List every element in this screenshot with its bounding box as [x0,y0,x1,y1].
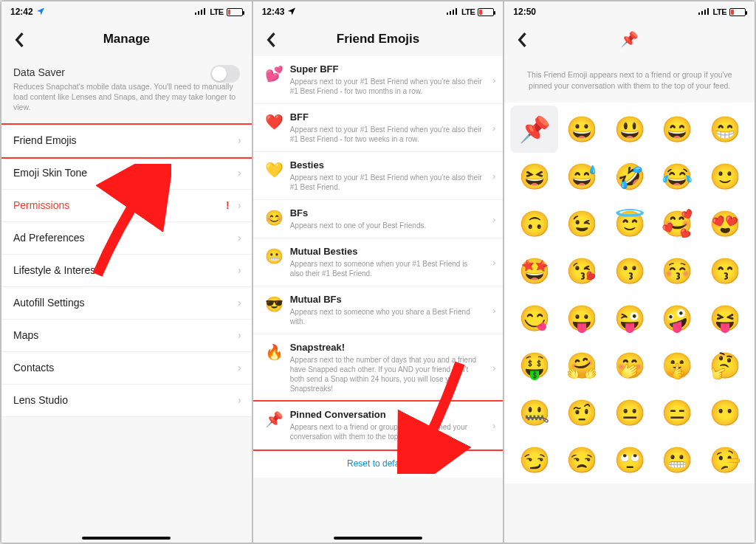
location-icon [287,7,296,18]
emoji-option[interactable]: 🤨 [558,389,606,436]
emoji-option[interactable]: 😘 [558,247,606,295]
settings-row-friend-emojis[interactable]: Friend Emojis› [1,125,252,157]
warning-icon: ! [226,199,230,211]
row-description: Appears next to someone who you share a … [290,307,483,326]
emoji-option[interactable]: 😅 [558,153,606,200]
emoji-option[interactable]: 😏 [510,436,558,483]
emoji-option[interactable]: 🤔 [701,342,749,389]
home-indicator[interactable] [334,537,422,540]
friend-emoji-row-snapstreak-[interactable]: 🔥Snapstreak!Appears next to the number o… [253,334,504,402]
row-title: Mutual BFs [290,294,483,305]
emoji-option[interactable]: 😝 [701,295,749,342]
settings-row-lifestyle-interests[interactable]: Lifestyle & Interests› [1,255,252,287]
emoji-option[interactable]: 🤪 [653,295,701,342]
emoji-option[interactable]: 😒 [558,436,606,483]
svg-rect-8 [698,13,700,15]
emoji-option[interactable]: 🤐 [510,389,558,436]
chevron-right-icon: › [238,329,241,341]
emoji-option[interactable]: 😋 [510,295,558,342]
emoji-option[interactable]: 😚 [653,247,701,295]
emoji-option[interactable]: 🤑 [510,342,558,389]
nav-header: Manage [1,22,252,56]
emoji-option[interactable]: 😐 [605,389,653,436]
svg-rect-1 [198,11,199,15]
data-saver-toggle[interactable] [210,65,240,83]
friend-emoji-row-bfs[interactable]: 😊BFsAppears next to one of your Best Fri… [253,200,504,238]
battery-icon [227,8,243,16]
emoji-grid: 📌😀😃😄😁😆😅🤣😂🙂🙃😉😇🥰😍🤩😘😗😚😙😋😛😜🤪😝🤑🤗🤭🤫🤔🤐🤨😐😑😶😏😒🙄😬🤥 [504,103,755,483]
emoji-option[interactable]: 😃 [605,106,653,153]
signal-type: LTE [713,7,726,16]
emoji-option[interactable]: 😗 [605,247,653,295]
settings-row-contacts[interactable]: Contacts› [1,352,252,385]
screen-manage: 12:42 LTE Manage Data Saver Re [1,1,252,543]
page-title: Friend Emojis [337,32,419,47]
emoji-option[interactable]: 🤫 [653,342,701,389]
page-title: Manage [103,32,150,47]
emoji-option[interactable]: 😬 [653,436,701,483]
emoji-option[interactable]: 🥰 [653,200,701,247]
emoji-option[interactable]: 📌 [510,106,558,153]
data-saver-title: Data Saver [13,66,240,78]
emoji-option[interactable]: 😶 [701,389,749,436]
emoji-option[interactable]: 🙂 [701,153,749,200]
emoji-option[interactable]: 😜 [605,295,653,342]
chevron-right-icon: › [492,171,495,182]
back-button[interactable] [512,30,532,50]
emoji-option[interactable]: 🤥 [701,436,749,483]
emoji-option[interactable]: 🙄 [605,436,653,483]
emoji-option[interactable]: 😀 [558,106,606,153]
status-bar: 12:43 LTE [253,1,504,22]
emoji-icon: ❤️ [264,113,286,131]
friend-emoji-row-mutual-besties[interactable]: 😬Mutual BestiesAppears next to someone w… [253,238,504,286]
chevron-right-icon: › [238,167,241,179]
emoji-option[interactable]: 😍 [701,200,749,247]
settings-row-ad-preferences[interactable]: Ad Preferences› [1,222,252,255]
back-button[interactable] [9,30,30,50]
emoji-option[interactable]: 😛 [558,295,606,342]
settings-row-autofill-settings[interactable]: Autofill Settings› [1,287,252,320]
emoji-option[interactable]: 🤩 [510,247,558,295]
emoji-option[interactable]: 😉 [558,200,606,247]
nav-header: 📌 [504,22,755,56]
back-button[interactable] [261,30,281,50]
settings-row-lens-studio[interactable]: Lens Studio› [1,385,252,417]
chevron-right-icon: › [238,297,241,309]
svg-rect-11 [707,8,709,15]
emoji-option[interactable]: 😁 [701,106,749,153]
emoji-option[interactable]: 😑 [653,389,701,436]
row-label: Friend Emojis [13,134,77,146]
settings-row-maps[interactable]: Maps› [1,320,252,352]
emoji-option[interactable]: 🤣 [605,153,653,200]
settings-row-permissions[interactable]: Permissions!› [1,190,252,222]
reset-to-default-button[interactable]: Reset to default [253,450,504,478]
emoji-option[interactable]: 😄 [653,106,701,153]
home-indicator[interactable] [82,537,171,540]
settings-row-emoji-skin-tone[interactable]: Emoji Skin Tone› [1,157,252,190]
row-description: Appears next to someone when your #1 Bes… [290,259,483,278]
emoji-option[interactable]: 🤭 [605,342,653,389]
emoji-option[interactable]: 😂 [653,153,701,200]
svg-rect-5 [450,11,451,15]
friend-emoji-row-super-bff[interactable]: 💕Super BFFAppears next to your #1 Best F… [253,56,504,104]
emoji-option[interactable]: 😙 [701,247,749,295]
location-icon [36,7,45,18]
emoji-option[interactable]: 😇 [605,200,653,247]
emoji-option[interactable]: 😆 [510,153,558,200]
emoji-option[interactable]: 🤗 [558,342,606,389]
row-title: BFs [290,207,483,218]
friend-emoji-row-pinned-conversation[interactable]: 📌Pinned ConversationAppears next to a fr… [253,402,504,450]
emoji-option[interactable]: 🙃 [510,200,558,247]
chevron-right-icon: › [492,305,495,316]
chevron-right-icon: › [492,213,495,224]
friend-emoji-row-bff[interactable]: ❤️BFFAppears next to your #1 Best Friend… [253,104,504,152]
emoji-icon: 📌 [264,410,286,428]
signal-bars-icon [698,7,710,17]
friend-emoji-row-mutual-bfs[interactable]: 😎Mutual BFsAppears next to someone who y… [253,286,504,334]
screen-emoji-picker: 12:50 LTE 📌 This Friend Emoji appears ne… [504,1,755,543]
data-saver-desc: Reduces Snapchat's mobile data usage. Yo… [13,81,240,113]
friend-emoji-row-besties[interactable]: 💛BestiesAppears next to your #1 Best Fri… [253,152,504,200]
chevron-right-icon: › [492,123,495,134]
header-emoji-icon: 📌 [620,30,639,48]
svg-rect-4 [447,13,448,15]
